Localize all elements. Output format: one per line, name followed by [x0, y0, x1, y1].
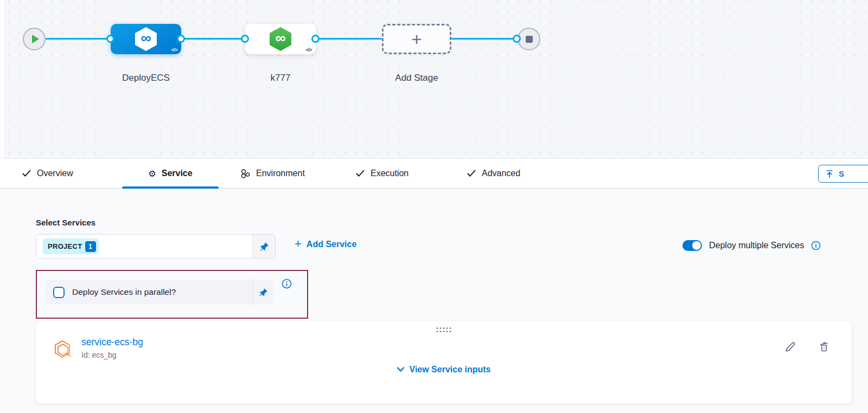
- trash-icon: [818, 341, 830, 353]
- select-services-input[interactable]: PROJECT 1: [36, 234, 276, 259]
- deploy-multiple-services-row: Deploy multiple Services: [682, 240, 821, 251]
- chip-label: PROJECT: [48, 242, 82, 250]
- edit-service-button[interactable]: [783, 340, 797, 354]
- tab-service[interactable]: ⚙ Service: [122, 159, 219, 188]
- connector-line: [181, 38, 245, 40]
- service-card: service-ecs-bg Id: ecs_bg View Service i…: [36, 321, 852, 404]
- view-service-inputs-link[interactable]: View Service inputs: [397, 365, 491, 375]
- toggle-knob: [692, 241, 701, 250]
- service-name-link[interactable]: service-ecs-bg: [81, 337, 143, 348]
- pin-icon: [259, 242, 269, 251]
- connector-line: [46, 38, 111, 40]
- tab-label: Environment: [256, 169, 305, 178]
- harness-infinity-glyph: ∞: [141, 31, 151, 46]
- deploy-parallel-checkbox[interactable]: [53, 287, 65, 298]
- environment-icon: [240, 169, 251, 179]
- node-port[interactable]: [241, 35, 249, 43]
- stop-icon: [526, 36, 533, 43]
- node-port[interactable]: [311, 35, 320, 43]
- delete-service-button[interactable]: [817, 340, 831, 354]
- connector-line: [316, 38, 382, 40]
- check-icon: [22, 169, 31, 178]
- stage-label-add-stage: Add Stage: [395, 73, 438, 83]
- canvas-edge: [0, 0, 4, 159]
- code-view-icon[interactable]: </>: [171, 47, 177, 53]
- info-icon[interactable]: [282, 279, 292, 291]
- check-icon: [355, 169, 365, 178]
- select-services-label: Select Services: [36, 218, 95, 227]
- deploy-multiple-services-label: Deploy multiple Services: [709, 241, 804, 250]
- add-stage-button[interactable]: +: [382, 24, 451, 54]
- pipeline-studio-screen: ∞ </> ∞ </> + DeployECS k777 Add Stage O…: [0, 0, 868, 413]
- harness-hexagon-icon: ∞: [135, 27, 157, 51]
- parallel-option-highlight: Deploy Services in parallel?: [36, 270, 308, 319]
- stage-config-tabbar: Overview ⚙ Service Environment Execution…: [0, 159, 868, 189]
- service-id-text: Id: ecs_bg: [81, 351, 117, 359]
- deploy-parallel-field: Deploy Services in parallel?: [46, 280, 273, 305]
- node-port[interactable]: [106, 35, 114, 43]
- stage-node-deployecs[interactable]: ∞ </>: [111, 24, 181, 54]
- pipeline-start-node: [23, 28, 46, 50]
- selected-service-chip[interactable]: PROJECT 1: [43, 238, 99, 254]
- add-service-label: Add Service: [307, 240, 356, 249]
- chip-count-badge: 1: [85, 241, 96, 252]
- pipeline-canvas[interactable]: ∞ </> ∞ </> + DeployECS k777 Add Stage: [0, 0, 868, 159]
- play-icon: [32, 35, 39, 43]
- pencil-icon: [784, 341, 796, 353]
- stage-label-deployecs: DeployECS: [122, 73, 170, 83]
- deploy-parallel-label: Deploy Services in parallel?: [72, 287, 176, 297]
- tab-label: Overview: [37, 169, 73, 178]
- save-button[interactable]: S: [818, 165, 868, 183]
- chevron-down-icon: [397, 367, 405, 372]
- info-icon[interactable]: [811, 241, 821, 250]
- pipeline-end-node: [518, 28, 540, 50]
- tab-label: Execution: [371, 169, 409, 178]
- deploy-multiple-services-toggle[interactable]: [682, 240, 702, 251]
- active-tab-indicator: [122, 186, 219, 189]
- connector-line: [451, 38, 517, 40]
- tab-execution[interactable]: Execution: [355, 159, 409, 188]
- upload-icon: [825, 170, 834, 178]
- plus-icon: +: [295, 238, 302, 250]
- tab-advanced[interactable]: Advanced: [467, 159, 520, 188]
- gear-icon: ⚙: [148, 169, 156, 179]
- view-service-inputs-label: View Service inputs: [410, 365, 491, 375]
- node-port[interactable]: [177, 35, 185, 43]
- pin-input-type-button[interactable]: [252, 235, 275, 258]
- check-icon: [467, 169, 476, 178]
- stage-node-k777[interactable]: ∞ </>: [245, 24, 316, 54]
- tab-overview[interactable]: Overview: [22, 159, 73, 188]
- service-hexagon-icon: [53, 339, 73, 361]
- pin-icon: [259, 288, 268, 297]
- tab-environment[interactable]: Environment: [240, 159, 305, 188]
- stage-label-k777: k777: [271, 73, 291, 83]
- harness-hexagon-icon: ∞: [270, 27, 291, 51]
- drag-handle[interactable]: [437, 327, 451, 332]
- harness-infinity-glyph: ∞: [275, 31, 285, 46]
- tab-label: Advanced: [482, 169, 520, 178]
- pin-input-type-button[interactable]: [253, 280, 273, 305]
- node-port[interactable]: [513, 35, 521, 43]
- save-button-label: S: [839, 169, 844, 178]
- code-view-icon[interactable]: </>: [305, 47, 312, 53]
- add-service-button[interactable]: + Add Service: [295, 239, 356, 250]
- tab-label: Service: [162, 169, 193, 178]
